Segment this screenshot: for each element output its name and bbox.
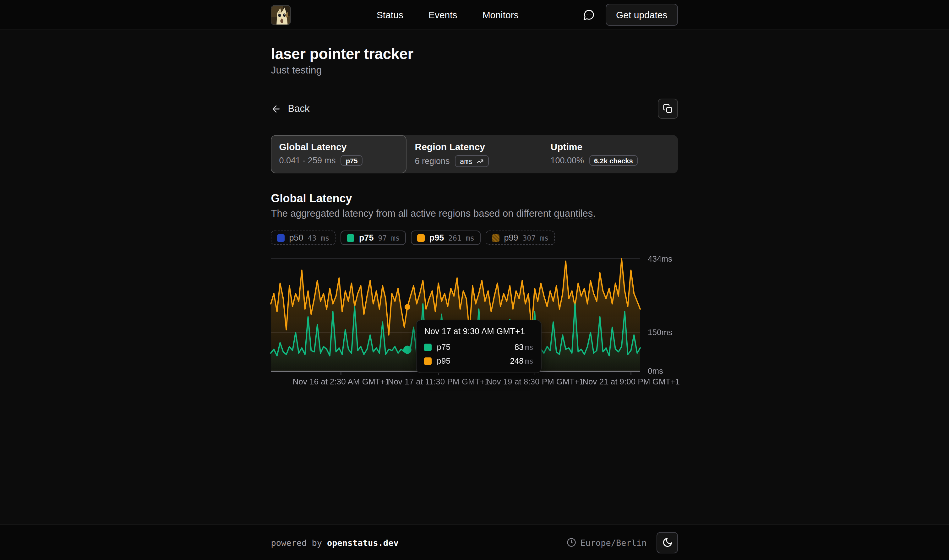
tab-global-latency[interactable]: Global Latency 0.041 - 259 ms p75 <box>271 135 407 173</box>
cat-avatar-image <box>272 5 291 25</box>
primary-nav: Status Events Monitors <box>354 9 518 20</box>
tooltip-row-p95: p95 248ms <box>425 356 534 366</box>
p99-swatch <box>492 234 500 242</box>
ytick-434: 434ms <box>648 254 672 263</box>
tab-region-latency-title: Region Latency <box>415 142 534 152</box>
tab-uptime-title: Uptime <box>551 142 670 152</box>
tooltip-p75-swatch <box>425 343 432 351</box>
tooltip-title: Nov 17 at 9:30 AM GMT+1 <box>425 327 534 336</box>
tab-region-latency-badge: ams <box>455 155 489 167</box>
nav-link-status[interactable]: Status <box>377 9 403 20</box>
metric-tabs: Global Latency 0.041 - 259 ms p75 Region… <box>271 135 678 173</box>
clock-icon <box>566 538 576 547</box>
p75-label: p75 <box>359 233 374 243</box>
tab-global-latency-title: Global Latency <box>279 142 398 152</box>
toolbar-row: Back <box>271 98 678 119</box>
site-header: Status Events Monitors Get updates <box>0 0 949 30</box>
page: Status Events Monitors Get updates <box>0 0 949 560</box>
tab-region-latency-value: 6 regions <box>415 156 450 166</box>
p95-value: 261 ms <box>448 233 474 242</box>
main-content: laser pointer tracker Just testing Back <box>0 30 949 524</box>
arrow-left-icon <box>271 103 282 114</box>
p50-value: 43 ms <box>308 233 329 242</box>
site-footer: powered by openstatus.dev Europe/Berlin <box>0 524 949 560</box>
tab-uptime-value: 100.00% <box>551 156 584 165</box>
openstatus-link[interactable]: openstatus.dev <box>327 537 398 548</box>
feedback-button[interactable] <box>581 7 597 22</box>
p95-label: p95 <box>429 233 444 243</box>
p99-label: p99 <box>504 233 518 243</box>
p50-label: p50 <box>289 233 303 243</box>
copy-button[interactable] <box>658 98 678 119</box>
chart-legend: p50 43 ms p75 97 ms p95 261 ms p99 307 m… <box>271 231 678 245</box>
y-axis-labels: 434ms 150ms 0ms <box>648 254 672 375</box>
powered-by: powered by openstatus.dev <box>271 537 398 548</box>
tooltip-p75-value: 83ms <box>515 342 534 352</box>
p75-value: 97 ms <box>378 233 400 242</box>
footer-right: Europe/Berlin <box>566 532 678 553</box>
legend-toggle-p95[interactable]: p95 261 ms <box>411 231 481 245</box>
quantiles-link[interactable]: quantiles <box>554 208 593 219</box>
x-axis-labels: Nov 16 at 2:30 AM GMT+1 Nov 17 at 11:30 … <box>271 377 640 388</box>
tooltip-row-p75: p75 83ms <box>425 342 534 352</box>
latency-chart[interactable]: 434ms 150ms 0ms Nov 16 at 2:30 AM GMT+1 … <box>271 252 678 389</box>
page-head: laser pointer tracker Just testing <box>271 30 678 76</box>
region-badge-label: ams <box>460 157 473 166</box>
header-actions: Get updates <box>581 4 678 26</box>
theme-toggle-button[interactable] <box>657 532 678 553</box>
section-title: Global Latency <box>271 192 678 205</box>
get-updates-button[interactable]: Get updates <box>605 4 678 26</box>
powered-by-label: powered by <box>271 537 322 548</box>
ytick-150: 150ms <box>648 328 672 337</box>
workspace-avatar-cat[interactable] <box>271 5 291 25</box>
p95-swatch <box>417 234 425 242</box>
section-description: The aggregated latency from all active r… <box>271 208 678 219</box>
tab-global-latency-badge: p75 <box>341 155 363 166</box>
tooltip-p95-value: 248ms <box>510 356 534 366</box>
p50-swatch <box>277 234 285 242</box>
tab-uptime[interactable]: Uptime 100.00% 6.2k checks <box>543 135 678 173</box>
back-label: Back <box>288 103 310 114</box>
p75-swatch <box>347 234 355 242</box>
section-head: Global Latency The aggregated latency fr… <box>271 192 678 219</box>
xtick-3: Nov 19 at 8:30 PM GMT+1 <box>486 377 584 386</box>
page-subtitle: Just testing <box>271 65 678 76</box>
tab-global-latency-value: 0.041 - 259 ms <box>279 156 336 165</box>
tooltip-p95-label: p95 <box>437 356 451 366</box>
tab-uptime-badge: 6.2k checks <box>589 155 638 166</box>
ytick-0: 0ms <box>648 366 663 375</box>
page-title: laser pointer tracker <box>271 45 678 63</box>
legend-toggle-p75[interactable]: p75 97 ms <box>341 231 406 245</box>
timezone-label: Europe/Berlin <box>580 537 646 548</box>
trending-up-icon <box>476 157 483 165</box>
nav-link-monitors[interactable]: Monitors <box>483 9 518 20</box>
message-bubble-icon <box>583 9 595 21</box>
tooltip-p75-label: p75 <box>437 342 451 352</box>
xtick-1: Nov 16 at 2:30 AM GMT+1 <box>293 377 390 386</box>
p99-value: 307 ms <box>522 233 549 242</box>
xtick-2: Nov 17 at 11:30 PM GMT+1 <box>388 377 489 386</box>
section-description-text: The aggregated latency from all active r… <box>271 208 554 218</box>
back-link[interactable]: Back <box>271 103 310 114</box>
section-description-period: . <box>593 208 595 218</box>
tab-region-latency[interactable]: Region Latency 6 regions ams <box>407 135 543 173</box>
timezone: Europe/Berlin <box>566 537 646 548</box>
copy-icon <box>663 104 673 114</box>
xtick-4: Nov 21 at 9:00 PM GMT+1 <box>582 377 680 386</box>
legend-toggle-p99[interactable]: p99 307 ms <box>486 231 555 245</box>
tooltip-p95-swatch <box>425 357 432 365</box>
legend-toggle-p50[interactable]: p50 43 ms <box>271 231 336 245</box>
moon-icon <box>662 537 673 548</box>
chart-tooltip: Nov 17 at 9:30 AM GMT+1 p75 83ms p95 248… <box>416 320 542 373</box>
nav-link-events[interactable]: Events <box>429 9 457 20</box>
